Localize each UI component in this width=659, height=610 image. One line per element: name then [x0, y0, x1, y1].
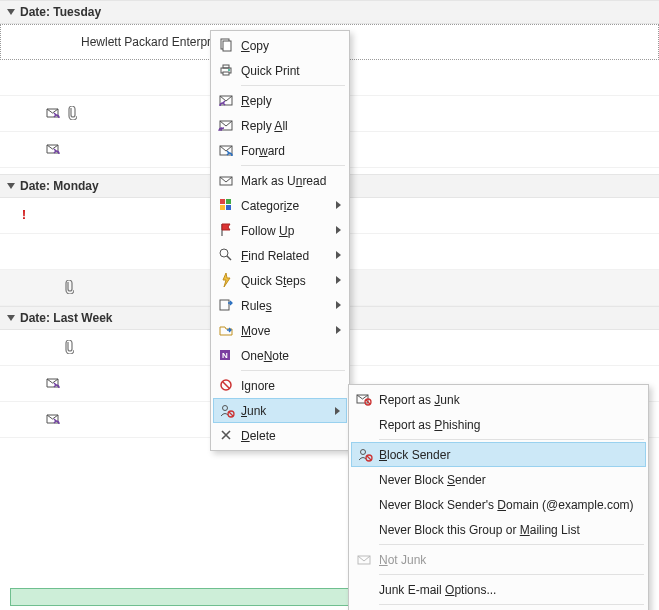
- svg-point-14: [220, 249, 228, 257]
- menu-separator: [379, 574, 644, 575]
- menu-label: Delete: [241, 429, 276, 443]
- copy-icon: [217, 36, 235, 54]
- menu-not-junk: Not Junk: [351, 547, 646, 572]
- quick-steps-icon: [217, 271, 235, 289]
- menu-label: Block Sender: [379, 448, 450, 462]
- menu-label: Never Block this Group or Mailing List: [379, 523, 580, 537]
- menu-categorize[interactable]: Categorize: [213, 193, 347, 218]
- menu-label: Categorize: [241, 199, 299, 213]
- reply-status-icon: [46, 142, 62, 159]
- menu-label: Quick Steps: [241, 274, 306, 288]
- menu-follow-up[interactable]: Follow Up: [213, 218, 347, 243]
- menu-never-block-group[interactable]: Never Block this Group or Mailing List: [351, 517, 646, 542]
- junk-submenu: Report as Junk Report as Phishing Block …: [348, 384, 649, 610]
- ignore-icon: [217, 376, 235, 394]
- menu-report-phishing[interactable]: Report as Phishing: [351, 412, 646, 437]
- menu-label: Rules: [241, 299, 272, 313]
- svg-point-5: [228, 69, 230, 71]
- context-menu: Copy Quick Print Reply Reply All F: [210, 30, 350, 451]
- menu-label: Not Junk: [379, 553, 426, 567]
- menu-quick-steps[interactable]: Quick Steps: [213, 268, 347, 293]
- svg-rect-13: [226, 205, 231, 210]
- menu-label: Forward: [241, 144, 285, 158]
- submenu-arrow-icon: [336, 301, 341, 309]
- forward-icon: [217, 141, 235, 159]
- svg-point-19: [223, 406, 228, 411]
- categorize-icon: [217, 196, 235, 214]
- find-related-icon: [217, 246, 235, 264]
- menu-separator: [379, 439, 644, 440]
- menu-separator: [379, 544, 644, 545]
- menu-separator: [241, 165, 345, 166]
- svg-rect-10: [220, 199, 225, 204]
- attachment-icon: [62, 340, 74, 357]
- menu-label: Never Block Sender's Domain (@example.co…: [379, 498, 634, 512]
- block-sender-icon: [356, 446, 374, 464]
- rules-icon: [217, 296, 235, 314]
- svg-rect-1: [223, 41, 231, 51]
- menu-find-related[interactable]: Find Related: [213, 243, 347, 268]
- menu-report-junk[interactable]: Report as Junk: [351, 387, 646, 412]
- menu-reply-all[interactable]: Reply All: [213, 113, 347, 138]
- menu-separator: [379, 604, 644, 605]
- reply-status-icon: [46, 412, 62, 429]
- caret-down-icon: [6, 313, 16, 323]
- menu-never-block-domain[interactable]: Never Block Sender's Domain (@example.co…: [351, 492, 646, 517]
- move-icon: [217, 321, 235, 339]
- menu-mark-unread[interactable]: Mark as Unread: [213, 168, 347, 193]
- menu-junk-options[interactable]: Junk E-mail Options...: [351, 577, 646, 602]
- submenu-arrow-icon: [336, 226, 341, 234]
- message-list: Date: Tuesday Hewlett Packard Enterpri D…: [0, 0, 659, 610]
- menu-label: Ignore: [241, 379, 275, 393]
- not-junk-icon: [355, 550, 373, 568]
- svg-text:N: N: [222, 351, 228, 360]
- caret-down-icon: [6, 7, 16, 17]
- menu-label: OneNote: [241, 349, 289, 363]
- message-sender: Hewlett Packard Enterpri: [81, 35, 214, 49]
- menu-quick-print[interactable]: Quick Print: [213, 58, 347, 83]
- svg-rect-12: [220, 205, 225, 210]
- svg-rect-15: [220, 300, 229, 310]
- menu-label: Copy: [241, 39, 269, 53]
- menu-label: Follow Up: [241, 224, 294, 238]
- submenu-arrow-icon: [335, 407, 340, 415]
- submenu-arrow-icon: [336, 251, 341, 259]
- attachment-icon: [65, 106, 77, 123]
- menu-label: Move: [241, 324, 270, 338]
- menu-junk[interactable]: Junk: [213, 398, 347, 423]
- menu-ignore[interactable]: Ignore: [213, 373, 347, 398]
- svg-point-23: [361, 450, 366, 455]
- group-label: Date: Last Week: [20, 311, 112, 325]
- menu-label: Never Block Sender: [379, 473, 486, 487]
- submenu-arrow-icon: [336, 276, 341, 284]
- menu-delete[interactable]: Delete: [213, 423, 347, 448]
- menu-label: Report as Junk: [379, 393, 460, 407]
- menu-label: Reply: [241, 94, 272, 108]
- svg-rect-3: [223, 65, 229, 68]
- menu-label: Junk: [241, 404, 266, 418]
- menu-label: Reply All: [241, 119, 288, 133]
- menu-forward[interactable]: Forward: [213, 138, 347, 163]
- menu-separator: [241, 370, 345, 371]
- menu-separator: [241, 85, 345, 86]
- menu-label: Mark as Unread: [241, 174, 326, 188]
- quick-print-icon: [217, 61, 235, 79]
- menu-never-block-sender[interactable]: Never Block Sender: [351, 467, 646, 492]
- menu-move[interactable]: Move: [213, 318, 347, 343]
- reply-status-icon: [46, 376, 62, 393]
- menu-label: Junk E-mail Options...: [379, 583, 496, 597]
- menu-copy[interactable]: Copy: [213, 33, 347, 58]
- caret-down-icon: [6, 181, 16, 191]
- menu-onenote[interactable]: N OneNote: [213, 343, 347, 368]
- menu-reply[interactable]: Reply: [213, 88, 347, 113]
- group-header-tuesday[interactable]: Date: Tuesday: [0, 0, 659, 24]
- menu-block-sender[interactable]: Block Sender: [351, 442, 646, 467]
- flag-icon: [217, 221, 235, 239]
- mark-unread-icon: [217, 171, 235, 189]
- attachment-icon: [62, 280, 74, 297]
- group-label: Date: Tuesday: [20, 5, 101, 19]
- onenote-icon: N: [217, 346, 235, 364]
- menu-rules[interactable]: Rules: [213, 293, 347, 318]
- delete-icon: [217, 426, 235, 444]
- reply-icon: [217, 91, 235, 109]
